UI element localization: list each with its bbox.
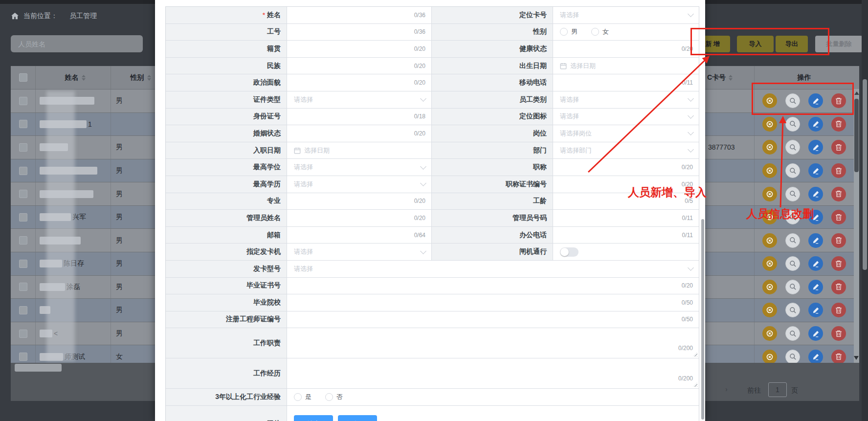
radio-button[interactable] [560,28,568,36]
issue-card-button[interactable] [762,256,777,271]
header-card[interactable]: C卡号 [705,66,755,89]
radio-button[interactable] [591,28,599,36]
row-checkbox[interactable] [19,330,27,338]
text-field[interactable]: 0/20 [553,159,699,176]
view-button[interactable] [785,233,800,248]
text-field[interactable]: 0/20 [287,278,699,294]
view-button[interactable] [785,280,800,294]
sort-icon[interactable] [147,75,151,81]
edit-button[interactable] [808,303,823,317]
issue-card-button[interactable] [762,117,777,132]
select-field[interactable]: 请选择 [287,261,699,277]
issue-card-button[interactable] [762,163,777,178]
text-field[interactable]: 0/18 [287,109,432,125]
text-field[interactable]: 0/11 [553,74,699,91]
text-field[interactable]: 0/36 [287,24,432,41]
text-field[interactable]: 0/36 [287,7,432,23]
delete-button[interactable] [831,256,846,271]
view-button[interactable] [785,140,800,155]
issue-card-button[interactable] [762,187,777,201]
toggle-switch[interactable] [560,247,579,257]
edit-button[interactable] [808,140,823,155]
view-button[interactable] [785,326,800,341]
row-checkbox[interactable] [19,306,27,314]
select-all-checkbox[interactable] [19,73,27,82]
radio-button[interactable] [325,393,333,401]
modal-scrollbar-thumb[interactable] [701,219,704,420]
row-checkbox[interactable] [19,353,27,361]
delete-button[interactable] [831,117,846,132]
text-field[interactable]: 0/50 [287,294,699,311]
edit-button[interactable] [808,256,823,271]
delete-button[interactable] [831,233,846,248]
issue-card-button[interactable] [762,350,777,363]
row-checkbox[interactable] [19,236,27,244]
row-checkbox[interactable] [19,167,27,175]
text-field[interactable]: 0/20 [553,176,699,193]
issue-card-button[interactable] [762,233,777,248]
view-button[interactable] [785,93,800,108]
text-field[interactable]: 0/20 [287,74,432,91]
delete-button[interactable] [831,303,846,317]
text-field[interactable]: 0/20 [287,58,432,74]
view-button[interactable] [785,163,800,178]
issue-card-button[interactable] [762,93,777,108]
header-name[interactable]: 姓名 [36,66,111,89]
table-scrollbar[interactable] [854,89,859,363]
resize-handle-icon[interactable] [693,352,697,356]
row-checkbox[interactable] [19,283,27,291]
select-field[interactable]: 请选择 [553,109,699,125]
select-field[interactable]: 请选择 [287,91,432,108]
scroll-down-icon[interactable] [854,356,859,360]
row-checkbox[interactable] [19,190,27,198]
page-scrollbar-thumb[interactable] [863,79,867,270]
sort-icon[interactable] [729,75,733,81]
text-field[interactable]: 0/5 [553,193,699,210]
row-checkbox[interactable] [19,213,27,222]
text-field[interactable]: 0/20 [287,193,432,210]
select-field[interactable]: 请选择 [553,7,699,23]
view-button[interactable] [785,256,800,271]
text-field[interactable]: 0/20 [287,41,432,57]
select-field[interactable]: 请选择 [287,244,432,260]
issue-card-button[interactable] [762,210,777,224]
text-field[interactable]: 0/20 [287,210,432,226]
select-field[interactable]: 请选择部门 [553,142,699,159]
issue-card-button[interactable] [762,326,777,341]
select-field[interactable]: 请选择 [287,176,432,193]
view-button[interactable] [785,210,800,224]
text-field[interactable]: 0/64 [287,227,432,244]
delete-button[interactable] [831,163,846,178]
issue-card-button[interactable] [762,303,777,317]
delete-button[interactable] [831,350,846,363]
edit-button[interactable] [808,117,823,132]
view-button[interactable] [785,303,800,317]
delete-button[interactable] [831,326,846,341]
row-checkbox[interactable] [19,143,27,152]
view-button[interactable] [785,187,800,201]
pagination-page-input[interactable]: 1 [768,382,787,397]
export-button[interactable]: 导出 [776,36,808,52]
edit-button[interactable] [808,233,823,248]
row-checkbox[interactable] [19,260,27,268]
edit-button[interactable] [808,350,823,363]
delete-button[interactable] [831,280,846,294]
edit-button[interactable] [808,280,823,294]
scroll-up-icon[interactable] [854,91,859,95]
select-field[interactable]: 请选择 [553,91,699,108]
delete-button[interactable] [831,210,846,224]
resize-handle-icon[interactable] [693,382,697,387]
issue-card-button[interactable] [762,140,777,155]
edit-button[interactable] [808,187,823,201]
radio-button[interactable] [294,393,302,401]
search-input[interactable] [11,35,143,52]
date-field[interactable]: 选择日期 [287,142,432,159]
sort-icon[interactable] [82,75,86,81]
delete-button[interactable] [831,187,846,201]
textarea-field[interactable]: 0/200 [287,358,699,388]
textarea-field[interactable]: 0/200 [287,328,699,358]
text-field[interactable]: 0/11 [553,227,699,244]
issue-card-button[interactable] [762,280,777,294]
edit-button[interactable] [808,93,823,108]
text-field[interactable]: 0/11 [553,210,699,226]
